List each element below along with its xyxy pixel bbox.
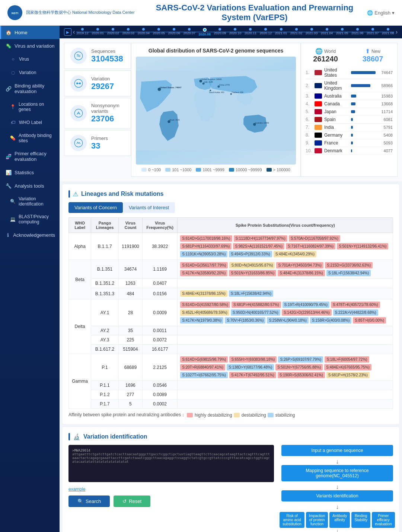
flow-arrow-2: ↓ [281, 484, 393, 490]
who-label-gamma: Gamma [69, 354, 91, 409]
svg-text:Brazil: 3425: Brazil: 3425 [169, 119, 179, 121]
sidebar-item-acknowledgements[interactable]: ℹ Acknowledgements [0, 228, 60, 242]
sidebar-item-who-label[interactable]: 🏷 WHO Label [0, 116, 60, 129]
affinity-highly-dest-label: highly destabilizing [195, 412, 232, 418]
timeline-item[interactable]: 2020.03 [122, 28, 134, 36]
primer-icon: 🧬 [6, 153, 12, 159]
timeline-item[interactable]: 2021.04 [321, 28, 333, 36]
sidebar-item-home[interactable]: 🏠 Home [0, 26, 60, 39]
svg-point-7 [74, 109, 83, 117]
sidebar-item-blast[interactable]: 💻 BLAST/Privacy computing [0, 210, 60, 228]
sidebar-blast-label: BLAST/Privacy computing [19, 214, 55, 224]
freq-p1: 2.2125 [142, 354, 177, 381]
timeline-item[interactable]: 2020.04 [137, 28, 150, 36]
new-label: New [371, 49, 380, 54]
timeline-item[interactable]: 2021.08 [382, 28, 394, 36]
sidebar-item-analysis[interactable]: 🔧 Analysis tools [0, 179, 60, 192]
flow-step1: Input a genome sequence [281, 445, 393, 456]
country-count: 5093 [378, 141, 393, 145]
timeline-item[interactable]: 2021.03 [306, 28, 318, 36]
country-name: Canada [324, 101, 349, 106]
map-title: Global distribution of SARS-CoV-2 genome… [136, 48, 296, 54]
freq-p11: 0.0546 [142, 381, 177, 390]
freq-p17: 0.0002 [142, 399, 177, 409]
spike-cell: S:85T>I(0/0.00%) [353, 317, 386, 324]
sidebar-item-primer-efficacy[interactable]: 🧬 Primer efficacy evaluation [0, 147, 60, 166]
reset-label: Reset [129, 498, 141, 504]
sidebar-item-locations[interactable]: 📍 Locations on genes [0, 98, 60, 116]
timeline-item[interactable]: 2020.06 [168, 28, 181, 36]
legend-0-100: 0 ~100 [141, 168, 161, 172]
search-button[interactable]: 🔍 Search [68, 496, 110, 507]
timeline-item[interactable]: 2020.07 [184, 28, 196, 36]
svg-point-19 [210, 90, 211, 91]
sidebar-item-antibody[interactable]: 💊 Antibody binding sites [0, 129, 60, 147]
chart-icon: 📊 [6, 169, 12, 175]
spike-cell: S:501N>Y(31633/86.85%) [229, 270, 276, 276]
timeline-item[interactable]: 2020.12 [260, 28, 272, 36]
sidebar-item-virus[interactable]: ○ Virus [0, 52, 60, 66]
timeline-item[interactable]: 2020.05 [153, 28, 165, 36]
primers-value: 33 [91, 141, 108, 151]
table-row: Gamma P.1 68689 2.2125 S:614D>G(69815/98… [69, 354, 393, 381]
stat-card-primers: Primers 33 [64, 130, 131, 156]
spikes-p17 [178, 399, 393, 409]
timeline-item[interactable]: 2021.02 [290, 28, 303, 36]
country-bar [351, 134, 353, 137]
spikes-beta2 [178, 279, 393, 288]
timeline-next[interactable]: › [396, 29, 398, 35]
affinity-highly-dest: highly destabilizing [187, 412, 232, 418]
tab-voi[interactable]: Variants of Interest [123, 202, 175, 213]
timeline-item[interactable]: 2020.10 [229, 28, 242, 36]
timeline-item[interactable]: 2020.01 [92, 28, 104, 36]
lineages-section: ⚠ Lineages and Risk mutations Variants o… [63, 184, 399, 424]
workflow: >MWA29014 attgaatttctgatcttgatctcacttaac… [68, 445, 393, 532]
col-virus-freq: Virus Frequency(%) [142, 218, 177, 233]
flow-branches: Risk of amino acid substitution Impactio… [281, 512, 393, 528]
flow-branch-1: Impaction of protein function [306, 512, 328, 528]
country-name: Denmark [324, 148, 349, 153]
timeline-item[interactable]: 2019.12 [76, 28, 89, 36]
svg-point-2 [74, 52, 83, 60]
affinity-box-blue [268, 413, 274, 417]
table-row: AY.2 35 0.0011 [69, 326, 393, 335]
language-selector[interactable]: 🌐 English ▾ [367, 10, 395, 16]
sidebar-item-statistics[interactable]: 📊 Statistics [0, 166, 60, 179]
timeline-item[interactable]: 2020.02 [107, 28, 119, 36]
affinity-dest: destabilizing [234, 412, 266, 418]
sidebar-item-binding[interactable]: 🔗 Binding ability evaluation [0, 79, 60, 98]
table-row: B.1.617.2 515904 16.6177 [69, 345, 393, 354]
reset-button[interactable]: ↺ Reset [114, 496, 150, 507]
timeline-item[interactable]: 2020.09 [214, 28, 226, 36]
spike-cell: S:258W>L(904/0.18%) [267, 317, 308, 324]
timeline-item[interactable]: 2021.01 [275, 28, 287, 36]
sidebar-item-variation[interactable]: ◌ Variation [0, 66, 60, 79]
col-virus-count: Virus Count [118, 218, 142, 233]
timeline-item[interactable]: 2021.07 [367, 28, 379, 36]
play-button[interactable]: ▶ [64, 28, 71, 36]
sidebar-item-virus-variation[interactable]: 🦠 Virus and variation [0, 39, 60, 52]
timeline-item[interactable]: 2021.05 [336, 28, 348, 36]
sidebar-item-variation-id[interactable]: 🔍 Variation identification [0, 192, 60, 210]
affinity-stab-label: stabilizing [275, 412, 295, 418]
who-label-beta: Beta [69, 260, 91, 299]
tab-voc[interactable]: Variants of Concern [68, 202, 123, 213]
timeline: ▶ ‹ 2019.12 2020.01 2020.02 2020.03 2020… [60, 26, 402, 38]
sidebar-primer-label: Primer efficacy evaluation [15, 151, 55, 162]
flow-branch-3: Binding Stability [351, 512, 370, 528]
sidebar-statistics-label: Statistics [15, 170, 34, 175]
spikes-b16172 [178, 345, 393, 354]
spike-cell: S:158R>G(403/0.08%) [310, 317, 351, 324]
example-link[interactable]: example [68, 487, 274, 492]
flow-diagram: Input a genome sequence ↓ Mapping sequen… [281, 445, 393, 532]
spike-cell: S:484E>K(31378/86.15%) [278, 270, 325, 276]
timeline-prev[interactable]: ‹ [73, 29, 75, 35]
timeline-item[interactable]: 2020.08 [199, 28, 211, 36]
timeline-item[interactable]: 2020.11 [245, 28, 257, 36]
spikes-p11 [178, 381, 393, 390]
stat-card-variation: Variation 29267 [64, 70, 131, 96]
timeline-item[interactable]: 2021.06 [351, 28, 364, 36]
sidebar-who-label: WHO Label [19, 120, 42, 125]
pango-b13512: B.1.351.2 [91, 279, 119, 288]
country-bar [351, 84, 370, 87]
